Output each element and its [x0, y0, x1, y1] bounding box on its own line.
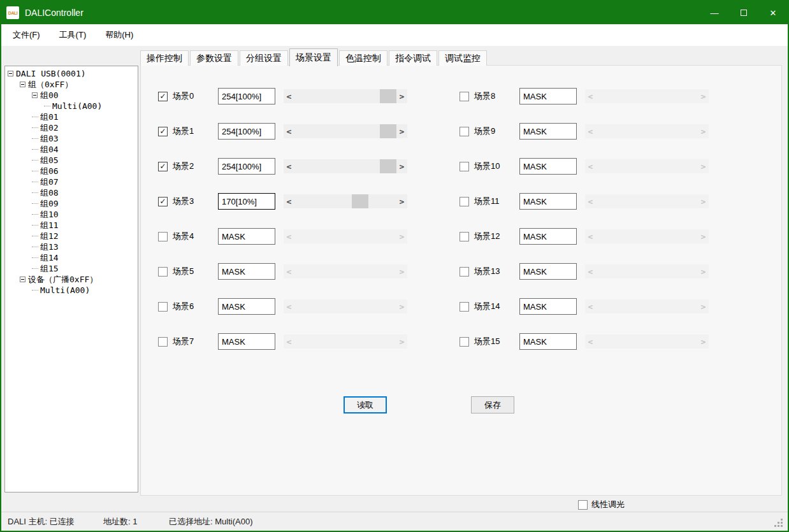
- scrollbar-left-arrow-icon[interactable]: <: [585, 229, 596, 243]
- scene-value-input[interactable]: [218, 88, 275, 104]
- tree-expand-icon[interactable]: [20, 277, 25, 282]
- tree-item[interactable]: 组01: [5, 111, 138, 122]
- scene-scrollbar[interactable]: <>: [284, 299, 407, 313]
- scene-scrollbar[interactable]: <>: [585, 264, 709, 278]
- minimize-button[interactable]: —: [700, 1, 729, 24]
- scene-value-input[interactable]: [519, 193, 577, 210]
- scene-scrollbar[interactable]: <>: [284, 89, 407, 103]
- tab-grouping-settings[interactable]: 分组设置: [240, 50, 288, 66]
- scene-value-input[interactable]: [519, 158, 577, 175]
- scene-checkbox[interactable]: ✓: [158, 127, 168, 136]
- tree-item[interactable]: 组08: [5, 187, 138, 198]
- tree-item[interactable]: 组13: [5, 241, 138, 252]
- scene-checkbox[interactable]: [460, 162, 469, 171]
- scene-scrollbar[interactable]: <>: [585, 159, 709, 173]
- scene-value-input[interactable]: [218, 263, 275, 280]
- scene-checkbox[interactable]: [158, 232, 168, 241]
- tree-item[interactable]: 组00: [5, 90, 138, 101]
- scene-checkbox[interactable]: [158, 337, 168, 347]
- scrollbar-right-arrow-icon[interactable]: >: [396, 229, 407, 243]
- tree-item[interactable]: 组04: [5, 144, 138, 155]
- menu-help[interactable]: 帮助(H): [105, 29, 133, 41]
- scene-checkbox[interactable]: ✓: [158, 162, 168, 171]
- scrollbar-left-arrow-icon[interactable]: <: [284, 264, 294, 278]
- scene-scrollbar[interactable]: <>: [284, 194, 407, 208]
- scene-scrollbar[interactable]: <>: [284, 124, 407, 138]
- scene-value-input[interactable]: [519, 298, 577, 315]
- menu-tools[interactable]: 工具(T): [59, 29, 87, 41]
- tree-item[interactable]: 组06: [5, 166, 138, 176]
- scene-checkbox[interactable]: [460, 197, 469, 206]
- scrollbar-right-arrow-icon[interactable]: >: [396, 299, 407, 313]
- tree-item[interactable]: 组03: [5, 133, 138, 144]
- scrollbar-left-arrow-icon[interactable]: <: [284, 124, 294, 138]
- scene-scrollbar[interactable]: <>: [585, 124, 709, 138]
- scrollbar-left-arrow-icon[interactable]: <: [284, 299, 294, 313]
- tree-item[interactable]: 组10: [5, 209, 138, 220]
- scrollbar-right-arrow-icon[interactable]: >: [698, 334, 709, 349]
- scene-scrollbar[interactable]: <>: [585, 299, 709, 313]
- tree-expand-icon[interactable]: [32, 92, 38, 98]
- tab-operation-control[interactable]: 操作控制: [140, 50, 189, 66]
- scene-value-input[interactable]: [519, 88, 577, 104]
- scene-checkbox[interactable]: [460, 232, 469, 241]
- scrollbar-left-arrow-icon[interactable]: <: [585, 334, 596, 349]
- tree-item[interactable]: 组05: [5, 155, 138, 166]
- scene-checkbox[interactable]: [460, 337, 469, 347]
- resize-grip-icon[interactable]: [781, 525, 783, 527]
- scrollbar-left-arrow-icon[interactable]: <: [585, 264, 596, 278]
- scrollbar-right-arrow-icon[interactable]: >: [396, 264, 407, 278]
- scene-scrollbar[interactable]: <>: [284, 159, 407, 173]
- tree-item[interactable]: 组12: [5, 231, 138, 241]
- tree-item[interactable]: 组02: [5, 122, 138, 133]
- scrollbar-right-arrow-icon[interactable]: >: [698, 89, 709, 103]
- scene-checkbox[interactable]: [460, 92, 469, 101]
- close-button[interactable]: ✕: [758, 1, 788, 24]
- scene-scrollbar[interactable]: <>: [585, 89, 709, 103]
- menu-file[interactable]: 文件(F): [13, 29, 40, 41]
- tab-debug-monitor[interactable]: 调试监控: [438, 50, 487, 66]
- scene-value-input[interactable]: [218, 333, 275, 350]
- scrollbar-thumb[interactable]: [352, 194, 368, 208]
- scrollbar-right-arrow-icon[interactable]: >: [698, 159, 709, 173]
- scene-scrollbar[interactable]: <>: [585, 229, 709, 243]
- scene-value-input[interactable]: [218, 123, 275, 140]
- scene-checkbox[interactable]: [158, 267, 168, 277]
- scene-scrollbar[interactable]: <>: [585, 334, 709, 349]
- scrollbar-left-arrow-icon[interactable]: <: [284, 159, 294, 173]
- scrollbar-right-arrow-icon[interactable]: >: [698, 194, 709, 208]
- tree-item[interactable]: Multi(A00): [5, 285, 138, 296]
- tree-item[interactable]: 组（0xFF）: [5, 79, 138, 90]
- scene-scrollbar[interactable]: <>: [284, 229, 407, 243]
- scene-value-input[interactable]: [218, 228, 275, 245]
- scrollbar-right-arrow-icon[interactable]: >: [396, 159, 407, 173]
- scene-scrollbar[interactable]: <>: [284, 334, 407, 349]
- tree-expand-icon[interactable]: [8, 71, 13, 76]
- scene-value-input[interactable]: [519, 123, 577, 140]
- tab-parameter-settings[interactable]: 参数设置: [190, 50, 238, 66]
- scene-value-input[interactable]: [218, 193, 275, 210]
- linear-dimming-checkbox[interactable]: [578, 500, 588, 510]
- tree-item[interactable]: 组15: [5, 263, 138, 274]
- scrollbar-right-arrow-icon[interactable]: >: [698, 264, 709, 278]
- scene-value-input[interactable]: [218, 158, 275, 175]
- scene-scrollbar[interactable]: <>: [284, 264, 407, 278]
- tab-color-temp-control[interactable]: 色温控制: [339, 50, 387, 66]
- tree-item[interactable]: Multi(A00): [5, 101, 138, 111]
- scene-value-input[interactable]: [519, 333, 577, 350]
- tree-item[interactable]: DALI USB(0001): [5, 68, 138, 79]
- scene-scrollbar[interactable]: <>: [585, 194, 709, 208]
- scrollbar-left-arrow-icon[interactable]: <: [284, 194, 294, 208]
- tab-command-debug[interactable]: 指令调试: [389, 50, 437, 66]
- scrollbar-right-arrow-icon[interactable]: >: [396, 124, 407, 138]
- tree-item[interactable]: 组09: [5, 198, 138, 209]
- tree-expand-icon[interactable]: [20, 82, 25, 87]
- scrollbar-left-arrow-icon[interactable]: <: [585, 124, 596, 138]
- tab-scene-settings[interactable]: 场景设置: [289, 48, 338, 66]
- scrollbar-right-arrow-icon[interactable]: >: [698, 299, 709, 313]
- tree-item[interactable]: 组11: [5, 220, 138, 231]
- tree-item[interactable]: 组07: [5, 176, 138, 187]
- scene-checkbox[interactable]: [158, 302, 168, 312]
- scene-checkbox[interactable]: [460, 267, 469, 277]
- scrollbar-left-arrow-icon[interactable]: <: [284, 89, 294, 103]
